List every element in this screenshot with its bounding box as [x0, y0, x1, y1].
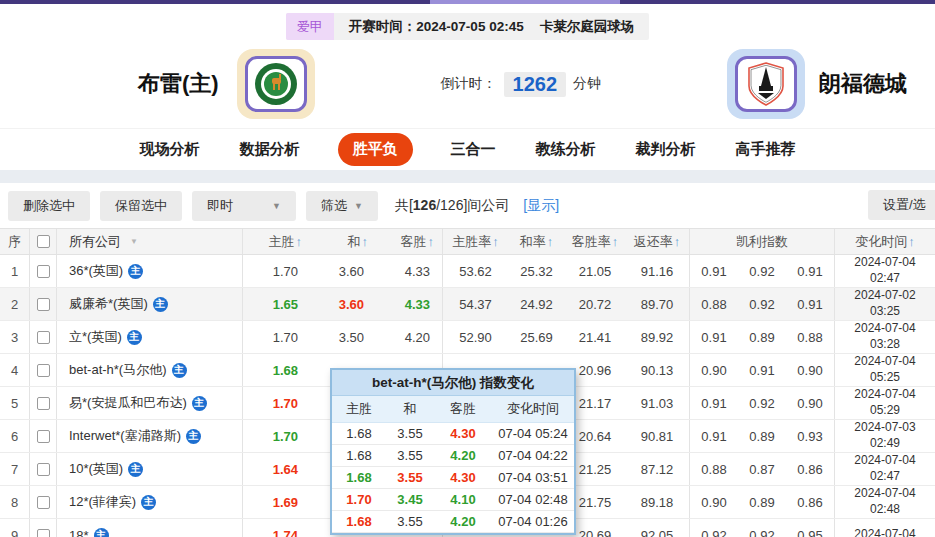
home-logo-frame — [245, 56, 307, 112]
header-company-label: 所有公司 — [69, 233, 121, 251]
company-cell[interactable]: 18*主 — [57, 519, 243, 537]
tab-three-in-one[interactable]: 三合一 — [449, 133, 498, 166]
odds-cell[interactable]: 1.65 — [243, 288, 310, 320]
header-change-time[interactable]: 变化时间↑ — [835, 229, 935, 254]
filter-dropdown[interactable]: 筛选 ▼ — [306, 191, 378, 221]
odds-cell[interactable]: 4.33 — [376, 288, 443, 320]
popup-time-cell: 07-04 01:26 — [492, 514, 574, 529]
tab-referee-analysis[interactable]: 裁判分析 — [634, 133, 698, 166]
odds-cell[interactable]: 1.70 — [243, 420, 310, 452]
row-checkbox-cell — [30, 453, 57, 485]
odds-cell[interactable]: 1.70 — [243, 321, 310, 353]
popup-odds-cell: 3.55 — [386, 426, 434, 441]
row-seq: 3 — [0, 321, 30, 353]
row-checkbox[interactable] — [37, 529, 50, 537]
odds-cell[interactable]: 4.33 — [376, 255, 443, 287]
header-kelly-index[interactable]: 凯利指数 — [690, 229, 835, 254]
home-mark-icon: 主 — [128, 462, 143, 477]
header-company[interactable]: 所有公司 ▼ — [57, 229, 243, 254]
row-checkbox-cell — [30, 288, 57, 320]
tab-win-draw-loss[interactable]: 胜平负 — [338, 133, 413, 166]
popup-header-away: 客胜 — [434, 400, 492, 418]
header-draw-odds[interactable]: 和↑ — [310, 229, 376, 254]
row-checkbox-cell — [30, 420, 57, 452]
header-return-rate[interactable]: 返还率↑ — [625, 229, 690, 254]
home-mark-icon: 主 — [127, 330, 142, 345]
rate-cell: 91.16 — [625, 255, 690, 287]
header-away-rate[interactable]: 客胜率↑ — [565, 229, 625, 254]
company-cell[interactable]: 易*(安提瓜和巴布达)主 — [57, 387, 243, 419]
table-row[interactable]: 2威廉希*(英国)主1.653.604.3354.3724.9220.7289.… — [0, 288, 935, 321]
delete-selected-button[interactable]: 删除选中 — [8, 191, 90, 221]
kelly-cell: 0.92 — [738, 288, 786, 320]
filter-arrow-icon[interactable]: ▼ — [130, 237, 138, 246]
kelly-cell: 0.91 — [690, 255, 738, 287]
table-row[interactable]: 136*(英国)主1.703.604.3353.6225.3221.0591.1… — [0, 255, 935, 288]
row-seq: 2 — [0, 288, 30, 320]
company-cell[interactable]: bet-at-h*(马尔他)主 — [57, 354, 243, 386]
row-checkbox[interactable] — [37, 397, 50, 410]
header-seq: 序 — [0, 229, 30, 254]
row-checkbox[interactable] — [37, 496, 50, 509]
company-cell[interactable]: 立*(英国)主 — [57, 321, 243, 353]
row-seq: 1 — [0, 255, 30, 287]
select-all-checkbox[interactable] — [37, 235, 50, 248]
away-team-name: 朗福德城 — [819, 69, 907, 99]
countdown-unit: 分钟 — [573, 75, 601, 93]
row-checkbox-cell — [30, 255, 57, 287]
header-checkbox-cell — [30, 229, 57, 254]
tab-expert-picks[interactable]: 高手推荐 — [734, 133, 798, 166]
company-name: 18* — [69, 528, 89, 537]
company-cell[interactable]: 36*(英国)主 — [57, 255, 243, 287]
kelly-cell: 0.88 — [786, 321, 835, 353]
popup-odds-cell: 4.10 — [434, 492, 492, 507]
row-checkbox[interactable] — [37, 331, 50, 344]
kelly-cell: 0.92 — [738, 255, 786, 287]
odds-cell[interactable]: 1.64 — [243, 453, 310, 485]
odds-cell[interactable]: 1.68 — [243, 354, 310, 386]
company-cell[interactable]: 10*(英国)主 — [57, 453, 243, 485]
tab-live-analysis[interactable]: 现场分析 — [138, 133, 202, 166]
popup-time-cell: 07-04 03:51 — [492, 470, 574, 485]
change-time-cell: 2024-07-0402:48 — [835, 486, 935, 518]
teams-row: 布雷(主) 倒计时： 1262 分钟 — [0, 45, 935, 123]
odds-cell[interactable]: 1.70 — [243, 255, 310, 287]
row-checkbox[interactable] — [37, 364, 50, 377]
countdown-value: 1262 — [504, 72, 567, 97]
odds-cell[interactable]: 3.50 — [310, 321, 376, 353]
kickoff-time-text: 开赛时间：2024-07-05 02:45 — [349, 18, 524, 36]
header-draw-rate[interactable]: 和率↑ — [508, 229, 565, 254]
odds-cell[interactable]: 3.60 — [310, 288, 376, 320]
change-date: 2024-07-04 — [854, 527, 915, 537]
tab-coach-analysis[interactable]: 教练分析 — [534, 133, 598, 166]
settings-button[interactable]: 设置/选 — [868, 190, 935, 220]
header-home-rate[interactable]: 主胜率↑ — [443, 229, 508, 254]
company-cell[interactable]: 威廉希*(英国)主 — [57, 288, 243, 320]
odds-cell[interactable]: 1.70 — [243, 387, 310, 419]
header-away-odds[interactable]: 客胜↑ — [376, 229, 443, 254]
show-link[interactable]: [显示] — [523, 197, 559, 215]
tab-data-analysis[interactable]: 数据分析 — [238, 133, 302, 166]
header-home-odds[interactable]: 主胜↑ — [243, 229, 310, 254]
row-checkbox[interactable] — [37, 298, 50, 311]
rate-cell: 53.62 — [443, 255, 508, 287]
countdown-group: 倒计时： 1262 分钟 — [315, 72, 727, 97]
odds-cell[interactable]: 1.69 — [243, 486, 310, 518]
change-time-cell: 2024-07-0403:28 — [835, 321, 935, 353]
row-checkbox[interactable] — [37, 265, 50, 278]
odds-cell[interactable]: 3.60 — [310, 255, 376, 287]
row-checkbox[interactable] — [37, 463, 50, 476]
live-odds-dropdown[interactable]: 即时 ▼ — [192, 191, 296, 221]
row-checkbox[interactable] — [37, 430, 50, 443]
odds-cell[interactable]: 4.20 — [376, 321, 443, 353]
keep-selected-button[interactable]: 保留选中 — [100, 191, 182, 221]
company-cell[interactable]: 12*(菲律宾)主 — [57, 486, 243, 518]
company-cell[interactable]: Interwet*(塞浦路斯)主 — [57, 420, 243, 452]
popup-odds-cell: 3.45 — [386, 492, 434, 507]
change-time-cell: 2024-07-0405:25 — [835, 354, 935, 386]
table-row[interactable]: 3立*(英国)主1.703.504.2052.9025.6921.4189.92… — [0, 321, 935, 354]
odds-cell[interactable]: 1.74 — [243, 519, 310, 537]
rate-cell: 89.70 — [625, 288, 690, 320]
row-seq: 4 — [0, 354, 30, 386]
rate-cell: 21.05 — [565, 255, 625, 287]
